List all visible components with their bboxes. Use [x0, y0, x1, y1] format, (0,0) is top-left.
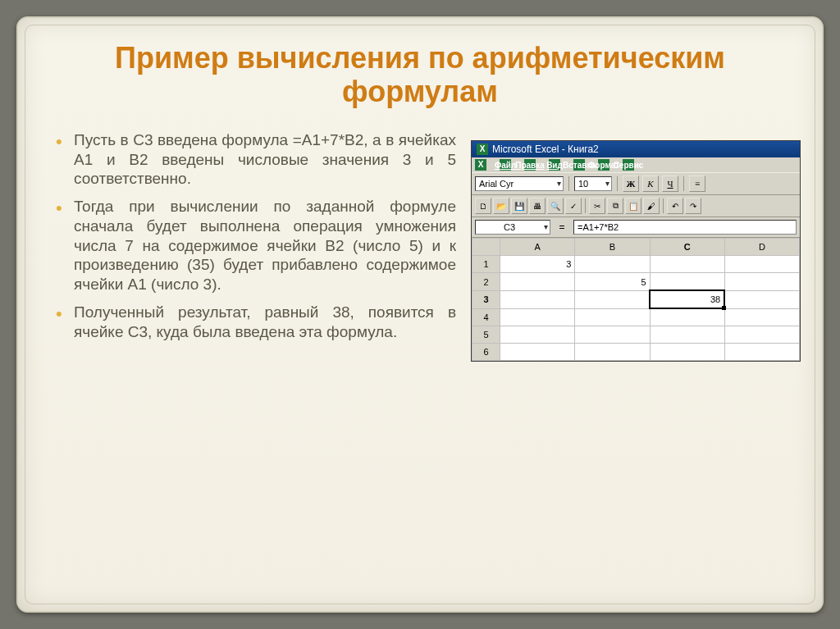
cell[interactable] [724, 308, 799, 326]
cell[interactable] [500, 308, 575, 326]
toolbar-separator [585, 198, 586, 213]
worksheet-grid[interactable]: A B C D 1 3 [472, 238, 800, 361]
toolbar-separator [663, 198, 664, 213]
bold-button[interactable]: Ж [623, 175, 639, 192]
select-all-corner[interactable] [472, 239, 500, 256]
cell[interactable]: 3 [500, 256, 575, 273]
cell[interactable] [500, 273, 575, 291]
spell-button[interactable]: ✓ [565, 198, 582, 214]
row-header[interactable]: 3 [472, 290, 500, 308]
save-button[interactable]: 💾 [511, 198, 527, 214]
name-box[interactable]: C3 [475, 220, 550, 235]
cell[interactable] [650, 256, 724, 273]
standard-toolbar: 🗋 📂 💾 🖶 🔍 ✓ ✂ ⧉ 📋 🖌 ↶ ↷ [472, 195, 800, 217]
slide-content: Пусть в С3 введена формула =А1+7*В2, а в… [30, 130, 810, 362]
cell[interactable] [650, 344, 724, 361]
cell[interactable] [500, 290, 575, 308]
slide-background: Пример вычисления по арифметическим форм… [0, 0, 840, 629]
menu-format[interactable]: Формат [598, 159, 613, 171]
bullet-item: Пусть в С3 введена формула =А1+7*В2, а в… [54, 130, 456, 189]
cell[interactable] [500, 326, 575, 344]
paste-button[interactable]: 📋 [625, 198, 641, 214]
format-painter-button[interactable]: 🖌 [643, 198, 660, 214]
cell[interactable] [724, 290, 799, 308]
align-left-button[interactable]: ≡ [689, 175, 705, 192]
col-header[interactable]: A [500, 239, 575, 256]
slide-frame: Пример вычисления по арифметическим форм… [16, 16, 824, 613]
underline-button[interactable]: Ч [662, 175, 678, 192]
active-cell[interactable]: 38 [650, 290, 724, 308]
col-header[interactable]: D [724, 239, 799, 256]
cell[interactable] [650, 326, 724, 344]
open-button[interactable]: 📂 [493, 198, 509, 214]
toolbar-separator [617, 176, 618, 191]
formula-equals-icon: = [555, 221, 568, 233]
preview-button[interactable]: 🔍 [547, 198, 564, 214]
menu-edit[interactable]: Правка [524, 159, 539, 171]
cell[interactable] [724, 344, 799, 361]
cell[interactable] [650, 308, 724, 326]
toolbar-separator [683, 176, 684, 191]
row-header[interactable]: 4 [472, 308, 500, 326]
undo-button[interactable]: ↶ [667, 198, 683, 214]
menu-view[interactable]: Вид [549, 159, 564, 171]
row-header[interactable]: 2 [472, 273, 500, 291]
excel-titlebar: X Microsoft Excel - Книга2 [472, 141, 800, 157]
col-header[interactable]: B [575, 239, 650, 256]
cell[interactable] [500, 344, 575, 361]
cell[interactable] [724, 273, 799, 291]
cell[interactable] [575, 344, 650, 361]
toolbar-separator [568, 176, 569, 191]
row-header[interactable]: 5 [472, 326, 500, 344]
formula-input[interactable]: =A1+7*B2 [573, 220, 797, 235]
cell[interactable] [575, 290, 650, 308]
row-header[interactable]: 1 [472, 256, 500, 273]
font-name-combo[interactable]: Arial Cyr [475, 176, 564, 191]
new-button[interactable]: 🗋 [475, 198, 491, 214]
bullets-column: Пусть в С3 введена формула =А1+7*В2, а в… [54, 130, 456, 362]
bullet-item: Тогда при вычислении по заданной формуле… [54, 197, 456, 294]
excel-menubar: X Файл Правка Вид Вставка Формат Сервис [472, 157, 800, 173]
menu-file[interactable]: Файл [500, 159, 514, 171]
cell[interactable] [724, 326, 799, 344]
excel-app-icon: X [477, 144, 488, 155]
col-header[interactable]: C [650, 239, 724, 256]
row-header[interactable]: 6 [472, 344, 500, 361]
excel-doc-icon: X [475, 159, 486, 171]
slide-title: Пример вычисления по арифметическим форм… [54, 41, 786, 109]
formula-bar: C3 = =A1+7*B2 [472, 217, 800, 238]
cut-button[interactable]: ✂ [589, 198, 605, 214]
font-size-combo[interactable]: 10 [574, 176, 612, 191]
excel-window-title: Microsoft Excel - Книга2 [492, 144, 599, 155]
menu-insert[interactable]: Вставка [573, 159, 588, 171]
cell[interactable] [575, 256, 650, 273]
italic-button[interactable]: К [642, 175, 659, 192]
formatting-toolbar: Arial Cyr 10 Ж К Ч ≡ [472, 172, 800, 195]
cell[interactable] [575, 326, 650, 344]
excel-window: X Microsoft Excel - Книга2 X Файл Правка… [471, 140, 801, 362]
cell[interactable]: 5 [575, 273, 650, 291]
redo-button[interactable]: ↷ [685, 198, 701, 214]
excel-column: X Microsoft Excel - Книга2 X Файл Правка… [456, 130, 801, 362]
cell[interactable] [724, 256, 799, 273]
menu-tools[interactable]: Сервис [623, 159, 637, 171]
bullet-item: Полученный результат, равный 38, появитс… [54, 303, 456, 342]
print-button[interactable]: 🖶 [529, 198, 546, 214]
cell[interactable] [650, 273, 724, 291]
cell[interactable] [575, 308, 650, 326]
copy-button[interactable]: ⧉ [607, 198, 623, 214]
